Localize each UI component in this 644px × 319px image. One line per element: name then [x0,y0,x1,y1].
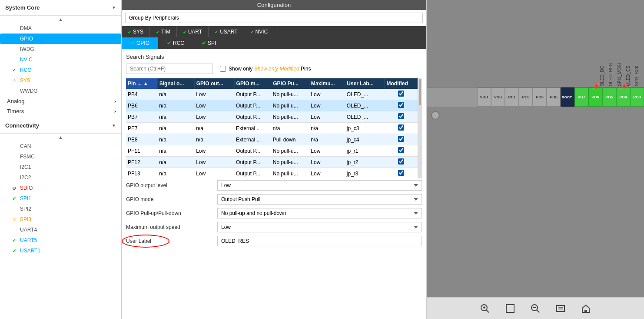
pin-pb7[interactable]: PB7 [574,87,588,107]
pin-pe0[interactable]: PE0 [519,87,533,107]
col-label[interactable]: User Lab... [345,78,385,89]
gpio-pull-label: GPIO Pull-up/Pull-down [126,210,213,216]
search-input[interactable] [126,64,213,74]
table-row[interactable]: PB6n/aLowOutput P...No pull-u...LowOLED_… [126,100,418,111]
frame-button[interactable] [504,302,516,315]
scrollbar-thumb[interactable] [419,79,421,105]
tab-gpio[interactable]: ✔ GPIO [122,37,158,49]
sidebar-item-nvic[interactable]: NVIC [0,54,121,65]
table-row[interactable]: PF12n/aLowOutput P...No pull-u...Lowjp_r… [126,157,418,168]
pin-pb4[interactable]: PB4 📌 [616,87,630,107]
col-max[interactable]: Maximu... [309,78,345,89]
table-row[interactable]: PB4n/aLowOutput P...No pull-u...LowOLED_… [126,89,418,100]
sidebar-section-analog[interactable]: Analog › [0,96,121,106]
sidebar-item-can[interactable]: CAN [0,141,121,151]
table-row[interactable]: PB7n/aLowOutput P...No pull-u...LowOLED_… [126,111,418,123]
user-label-label: User Label [126,238,213,244]
sidebar-item-iwdg[interactable]: IWDG [0,44,121,54]
label-spi1-sck: SPI1_SCK [634,64,642,87]
table-row[interactable]: PE7n/an/aExternal ...n/an/ajp_c3 [126,123,418,134]
svg-rect-11 [584,310,587,312]
modified-checkbox[interactable] [398,158,404,165]
tab-usart[interactable]: ✔ USART [209,26,244,37]
tab-uart[interactable]: ✔ UART [177,26,209,37]
sidebar-item-wwdg[interactable]: WWDG [0,86,121,96]
sidebar-section-system-core[interactable]: System Core ▼ [0,0,121,16]
zoom-out-button[interactable] [529,302,541,315]
modified-pins-checkbox[interactable] [220,66,226,72]
sidebar-item-fsmc[interactable]: FSMC [0,151,121,162]
svg-rect-4 [506,305,514,312]
table-row[interactable]: PE8n/an/aExternal ...Pull-downn/ajp_c4 [126,134,418,145]
col-signal[interactable]: Signal o... [157,78,194,89]
home-button[interactable] [580,302,592,315]
export-button[interactable] [554,302,567,315]
sidebar-scroll-up[interactable]: ▲ [0,16,121,23]
pin-pe1[interactable]: PE1 [505,87,519,107]
max-speed-label: Maximum output speed [126,224,213,230]
pin-pb3[interactable]: PB3 [630,87,644,107]
modified-checkbox[interactable] [398,91,404,97]
chip-top-labels: OLED_DC OLED_RES SPI1_MOSI OLED_CS SPI1_… [427,0,644,87]
sidebar-item-dma[interactable]: DMA [0,23,121,34]
gpio-pull-select[interactable]: No pull-up and no pull-down [217,208,422,218]
gpio-mode-select[interactable]: Output Push Pull [217,194,422,205]
sidebar-item-usart1[interactable]: ✔ USART1 [0,245,121,256]
tab-spi[interactable]: ✔ SPI [193,37,225,49]
pin-boot[interactable]: BOOT.. [561,87,574,107]
sidebar-item-i2c1[interactable]: I2C1 [0,162,121,172]
pin-pb9[interactable]: PB9 [533,87,547,107]
sidebar-item-gpio[interactable]: GPIO [0,34,121,44]
sidebar-section-connectivity[interactable]: Connectivity ▼ [0,118,121,134]
group-by-bar: Group By Peripherals [122,10,426,26]
spi-tab-check-icon: ✔ [202,40,206,46]
pin-vss[interactable]: VSS [491,87,505,107]
usart-tab-check-icon: ✔ [215,30,218,34]
modified-checkbox[interactable] [398,136,404,142]
sidebar-item-uart5[interactable]: ✔ UART5 [0,235,121,245]
tim-tab-check-icon: ✔ [156,30,159,34]
col-pin[interactable]: Pin ... ▲ [126,78,157,89]
col-output[interactable]: GPIO out... [194,78,234,89]
sidebar-item-spi1[interactable]: ✔ SPI1 [0,193,121,204]
config-header: Configuration [122,0,426,10]
sidebar-connectivity-scroll-up[interactable]: ▲ [0,134,121,141]
modified-checkbox[interactable] [398,113,404,119]
user-label-input[interactable] [217,236,422,246]
tab-nvic[interactable]: ✔ NVIC [244,26,275,37]
home-icon [581,304,591,313]
sidebar-item-spi2[interactable]: SPI2 [0,204,121,214]
gpio-output-level-select[interactable]: Low [217,180,422,191]
max-speed-select[interactable]: Low [217,222,422,232]
sidebar-item-spi3[interactable]: ⚠ SPI3 [0,214,121,225]
sidebar-item-sdio[interactable]: ⊘ SDIO [0,183,121,193]
zoom-in-button[interactable] [479,302,491,315]
sidebar-section-timers[interactable]: Timers › [0,106,121,116]
col-pull[interactable]: GPIO Pu... [271,78,309,89]
pin-pb6[interactable]: PB6 📌 [588,87,602,107]
sidebar-item-rcc[interactable]: ✔ RCC [0,65,121,75]
sidebar-item-i2c2[interactable]: I2C2 [0,172,121,183]
modified-checkbox[interactable] [398,124,404,131]
col-mode[interactable]: GPIO m... [234,78,271,89]
system-core-items: DMA GPIO IWDG NVIC ✔ RCC ⚠ SYS [0,23,121,96]
table-row[interactable]: PF11n/aLowOutput P...No pull-u...Lowjp_r… [126,145,418,157]
group-by-select[interactable]: Group By Peripherals [125,13,423,23]
pin-pb8[interactable]: PB8 [547,87,561,107]
pin-vdd[interactable]: VDD [477,87,491,107]
spi1-check-icon: ✔ [12,196,18,201]
tab-tim[interactable]: ✔ TIM [150,26,177,37]
modified-checkbox[interactable] [398,147,404,153]
modified-checkbox[interactable] [398,170,404,176]
label-oled-res: OLED_RES [607,62,616,87]
table-header: Pin ... ▲ Signal o... GPIO out... GPIO m… [126,78,418,89]
pin-pb5[interactable]: PB5 [602,87,616,107]
modified-checkbox[interactable] [398,102,404,108]
sidebar-item-uart4[interactable]: UART4 [0,225,121,235]
tab-sys[interactable]: ✔ SYS [122,26,150,37]
table-row[interactable]: PF13n/aLowOutput P...No pull-u...Lowjp_r… [126,168,418,179]
tab-rcc[interactable]: ✔ RCC [158,37,193,49]
col-modified[interactable]: Modified [385,78,418,89]
table-scrollbar[interactable] [418,78,422,178]
sidebar-item-sys[interactable]: ⚠ SYS [0,75,121,86]
